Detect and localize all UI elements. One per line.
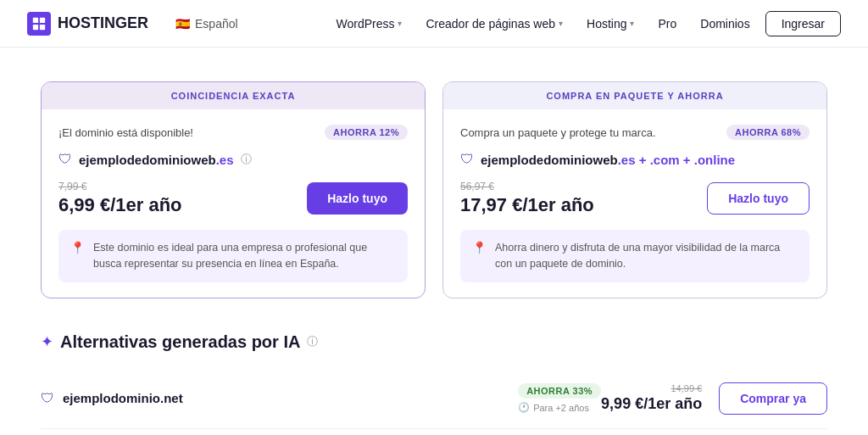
bundle-price-main: 17,97 €/1er año [460, 194, 594, 216]
chevron-down-icon: ▾ [630, 19, 634, 28]
alt-price-original: 14,99 € [601, 383, 702, 393]
domain-cards-row: COINCIDENCIA EXACTA ¡El dominio está dis… [41, 81, 827, 298]
bundle-price-block: 56,97 € 17,97 €/1er año [460, 181, 594, 216]
nav-wordpress[interactable]: WordPress ▾ [327, 12, 410, 36]
svg-rect-3 [40, 24, 45, 29]
alt-years-tag: 🕐 Para +2 años [518, 402, 589, 413]
exact-price-original: 7,99 € [58, 181, 182, 192]
nav-hosting[interactable]: Hosting ▾ [578, 12, 643, 36]
alt-price-block: 14,99 € 9,99 €/1er año [601, 383, 702, 413]
exact-domain-row: 🛡 ejemplodedominioweb.es ⓘ [58, 152, 408, 167]
exact-info-text: Este dominio es ideal para una empresa o… [93, 240, 396, 272]
flag-icon: 🇪🇸 [175, 17, 190, 31]
language-label: Español [195, 17, 238, 31]
brand-logo[interactable]: HOSTINGER [27, 12, 148, 36]
bundle-header: COMPRA EN PAQUETE Y AHORRA [443, 82, 826, 109]
bundle-save-badge: AHORRA 68% [726, 125, 810, 140]
ai-section-title: Alternativas generadas por IA [60, 332, 300, 352]
bundle-domain-row: 🛡 ejemplodedominioweb.es + .com + .onlin… [460, 152, 810, 167]
clock-icon: 🕐 [518, 402, 530, 413]
bundle-match-card: COMPRA EN PAQUETE Y AHORRA Compra un paq… [442, 81, 827, 298]
svg-rect-0 [33, 17, 38, 22]
exact-match-body: ¡El dominio está disponible! AHORRA 12% … [42, 109, 425, 298]
info-icon[interactable]: ⓘ [241, 152, 252, 167]
location-icon: 📍 [70, 241, 85, 254]
alt-save-badge: AHORRA 33% [518, 383, 601, 399]
chevron-down-icon: ▾ [398, 19, 402, 28]
shield-icon: 🛡 [58, 152, 72, 167]
nav-dominios[interactable]: Dominios [692, 12, 758, 36]
nav-page-builder[interactable]: Creador de páginas web ▾ [417, 12, 571, 36]
svg-rect-1 [40, 17, 45, 22]
bundle-price-row: 56,97 € 17,97 €/1er año Hazlo tuyo [460, 181, 810, 216]
exact-price-block: 7,99 € 6,99 €/1er año [58, 181, 182, 216]
exact-top-row: ¡El dominio está disponible! AHORRA 12% [58, 125, 408, 140]
bundle-price-original: 56,97 € [460, 181, 594, 192]
exact-match-header: COINCIDENCIA EXACTA [42, 82, 425, 109]
alt-badges: AHORRA 33% 🕐 Para +2 años [518, 383, 601, 413]
ai-sparkle-icon: ✦ [41, 332, 53, 351]
nav-pro[interactable]: Pro [649, 12, 685, 36]
svg-rect-2 [33, 24, 38, 29]
brand-name: HOSTINGER [58, 14, 148, 32]
login-button[interactable]: Ingresar [765, 11, 841, 36]
bundle-cta-button[interactable]: Hazlo tuyo [707, 182, 810, 215]
ai-title-row: ✦ Alternativas generadas por IA ⓘ [41, 332, 827, 352]
alt-price-main: 9,99 €/1er año [601, 395, 702, 413]
main-content: COINCIDENCIA EXACTA ¡El dominio está dis… [27, 47, 841, 435]
bundle-body: Compra un paquete y protege tu marca. AH… [443, 109, 826, 298]
exact-domain-name: ejemplodedominioweb.es [79, 153, 234, 167]
alt-cta-button[interactable]: Comprar ya [719, 382, 827, 415]
alt-domain-info: 🛡 ejemplodominio.net [41, 391, 501, 406]
alt-domain-row: 🛡 ejemplodominio.net AHORRA 33% 🕐 Para +… [41, 369, 827, 429]
exact-info-box: 📍 Este dominio es ideal para una empresa… [58, 230, 408, 282]
alt-domain-name: ejemplodominio.net [63, 391, 183, 405]
logo-icon [27, 12, 51, 36]
exact-cta-button[interactable]: Hazlo tuyo [307, 182, 408, 215]
bundle-avail-text: Compra un paquete y protege tu marca. [460, 126, 656, 139]
bundle-top-row: Compra un paquete y protege tu marca. AH… [460, 125, 810, 140]
shield-icon: 🛡 [41, 391, 54, 406]
exact-match-card: COINCIDENCIA EXACTA ¡El dominio está dis… [41, 81, 426, 298]
ai-alternatives-section: ✦ Alternativas generadas por IA ⓘ 🛡 ejem… [41, 332, 827, 429]
language-selector[interactable]: 🇪🇸 Español [175, 17, 238, 31]
exact-avail-text: ¡El dominio está disponible! [58, 126, 193, 139]
nav-links: WordPress ▾ Creador de páginas web ▾ Hos… [327, 11, 841, 36]
bundle-info-box: 📍 Ahorra dinero y disfruta de una mayor … [460, 230, 810, 282]
help-icon[interactable]: ⓘ [307, 334, 318, 349]
bundle-info-text: Ahorra dinero y disfruta de una mayor vi… [495, 240, 798, 272]
chevron-down-icon: ▾ [559, 19, 563, 28]
bundle-domain-name: ejemplodedominioweb.es + .com + .online [481, 153, 735, 167]
navbar: HOSTINGER 🇪🇸 Español WordPress ▾ Creador… [0, 0, 868, 47]
shield-icon: 🛡 [460, 152, 474, 167]
exact-price-row: 7,99 € 6,99 €/1er año Hazlo tuyo [58, 181, 408, 216]
location-icon: 📍 [472, 241, 487, 254]
exact-save-badge: AHORRA 12% [325, 125, 408, 140]
exact-price-main: 6,99 €/1er año [58, 194, 182, 216]
